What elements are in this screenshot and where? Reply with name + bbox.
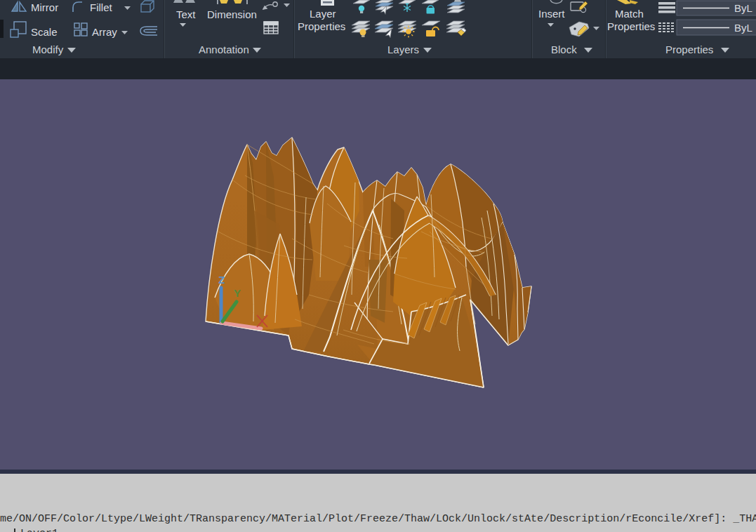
svg-text:Z: Z (218, 274, 225, 286)
svg-text:Y: Y (234, 287, 241, 299)
